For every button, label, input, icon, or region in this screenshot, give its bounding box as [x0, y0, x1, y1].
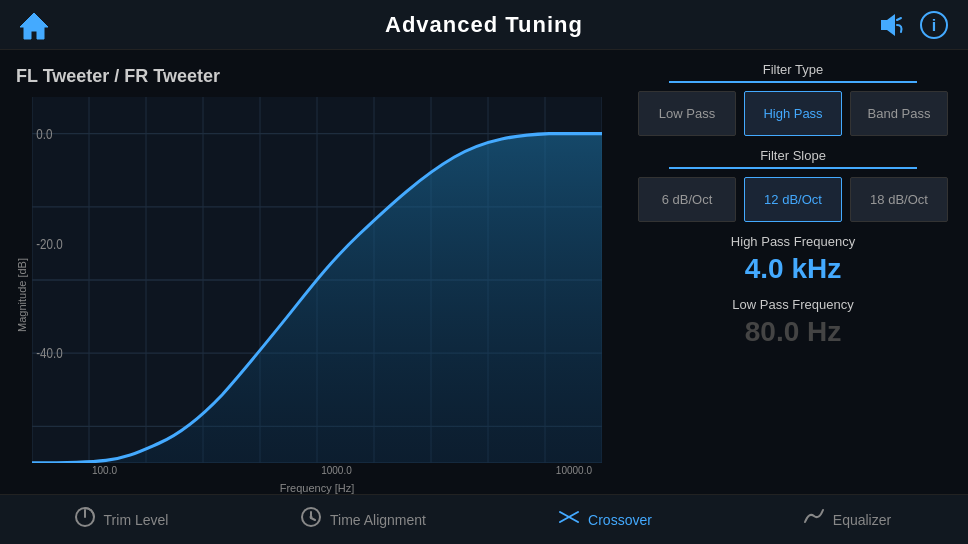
filter-slope-label: Filter Slope: [638, 148, 948, 163]
filter-type-label: Filter Type: [638, 62, 948, 77]
svg-text:-20.0: -20.0: [36, 235, 62, 252]
svg-text:-40.0: -40.0: [36, 345, 62, 362]
svg-line-2: [897, 18, 901, 20]
slope-18db-btn[interactable]: 18 dB/Oct: [850, 177, 948, 222]
slope-12db-btn[interactable]: 12 dB/Oct: [744, 177, 842, 222]
svg-text:0.0: 0.0: [36, 126, 52, 143]
time-alignment-icon: [300, 506, 322, 533]
low-pass-freq-section: Low Pass Frequency 80.0 Hz: [638, 297, 948, 348]
high-pass-btn[interactable]: High Pass: [744, 91, 842, 136]
slope-6db-btn[interactable]: 6 dB/Oct: [638, 177, 736, 222]
svg-marker-0: [20, 13, 48, 39]
low-pass-freq-value: 80.0 Hz: [638, 316, 948, 348]
nav-trim-level[interactable]: Trim Level: [0, 506, 242, 533]
info-button[interactable]: i: [916, 7, 952, 43]
high-pass-freq-label: High Pass Frequency: [638, 234, 948, 249]
home-button[interactable]: [16, 7, 52, 43]
trim-level-label: Trim Level: [104, 512, 169, 528]
x-tick-1000: 1000.0: [321, 465, 352, 476]
low-pass-btn[interactable]: Low Pass: [638, 91, 736, 136]
crossover-label: Crossover: [588, 512, 652, 528]
y-axis-label: Magnitude [dB]: [16, 97, 28, 494]
nav-crossover[interactable]: Crossover: [484, 506, 726, 533]
high-pass-freq-value: 4.0 kHz: [638, 253, 948, 285]
trim-level-icon: [74, 506, 96, 533]
page-title: Advanced Tuning: [385, 12, 583, 38]
speaker-button[interactable]: [872, 7, 908, 43]
time-alignment-label: Time Alignment: [330, 512, 426, 528]
nav-time-alignment[interactable]: Time Alignment: [242, 506, 484, 533]
equalizer-label: Equalizer: [833, 512, 891, 528]
filter-type-section: Filter Type Low Pass High Pass Band Pass: [638, 62, 948, 136]
x-tick-100: 100.0: [92, 465, 117, 476]
svg-text:i: i: [932, 17, 936, 34]
channel-label: FL Tweeter / FR Tweeter: [16, 66, 602, 87]
svg-point-31: [310, 516, 313, 519]
low-pass-freq-label: Low Pass Frequency: [638, 297, 948, 312]
svg-marker-1: [881, 14, 895, 36]
crossover-icon: [558, 506, 580, 533]
high-pass-freq-section: High Pass Frequency 4.0 kHz: [638, 234, 948, 285]
band-pass-btn[interactable]: Band Pass: [850, 91, 948, 136]
nav-equalizer[interactable]: Equalizer: [726, 506, 968, 533]
x-axis-label: Frequency [Hz]: [32, 482, 602, 494]
equalizer-icon: [803, 506, 825, 533]
x-tick-10000: 10000.0: [556, 465, 592, 476]
filter-slope-section: Filter Slope 6 dB/Oct 12 dB/Oct 18 dB/Oc…: [638, 148, 948, 222]
